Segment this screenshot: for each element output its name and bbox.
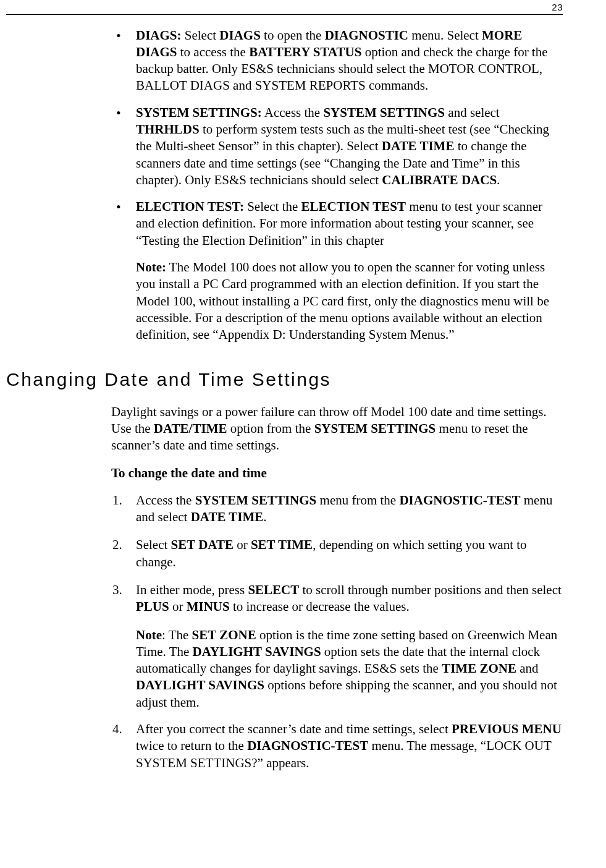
step-number: 1. (112, 492, 122, 509)
step-text: After you correct the scanner’s date and… (136, 721, 562, 770)
section-heading: Changing Date and Time Settings (6, 367, 563, 391)
bullet-system-settings: SYSTEM SETTINGS: Access the SYSTEM SETTI… (111, 104, 563, 189)
bullet-election-test-note: Note: The Model 100 does not allow you t… (111, 259, 563, 343)
step-2: 2. Select SET DATE or SET TIME, dependin… (111, 537, 563, 571)
page-number: 23 (6, 0, 563, 15)
step-number: 3. (112, 582, 122, 598)
step-text: Select SET DATE or SET TIME, depending o… (136, 537, 527, 569)
step-text: Access the SYSTEM SETTINGS menu from the… (136, 493, 552, 524)
bullet-election-test: ELECTION TEST: Select the ELECTION TEST … (111, 198, 563, 249)
step-1: 1. Access the SYSTEM SETTINGS menu from … (111, 492, 563, 526)
bullet-diags: DIAGS: Select DIAGS to open the DIAGNOST… (111, 27, 563, 95)
step-3: 3. In either mode, press SELECT to scrol… (111, 582, 563, 616)
step-3-note: Note: The SET ZONE option is the time zo… (111, 627, 563, 711)
step-4: 4. After you correct the scanner’s date … (111, 721, 563, 772)
procedure-title: To change the date and time (111, 465, 563, 482)
step-number: 2. (112, 537, 122, 553)
step-text: In either mode, press SELECT to scroll t… (136, 582, 562, 614)
step-number: 4. (112, 721, 122, 738)
intro-paragraph: Daylight savings or a power failure can … (111, 404, 563, 454)
